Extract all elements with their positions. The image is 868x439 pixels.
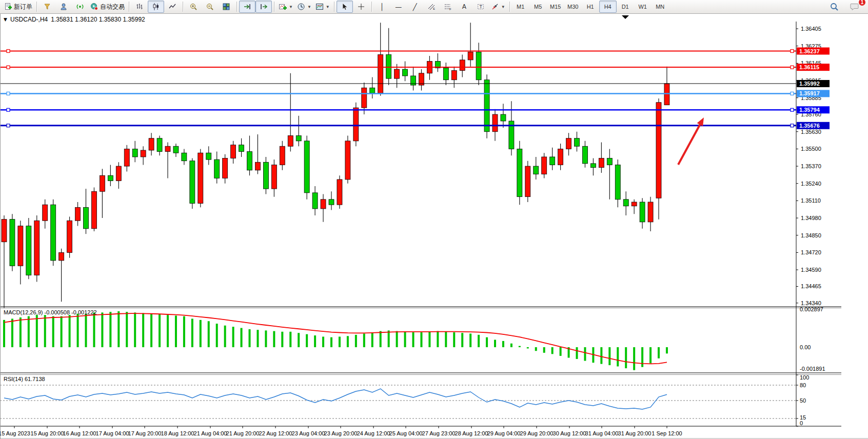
macd-histogram-bar <box>428 332 430 347</box>
macd-histogram-bar <box>150 314 152 347</box>
bar-chart-button[interactable] <box>131 1 148 13</box>
bear-candle <box>247 152 252 170</box>
bull-candle <box>353 108 359 141</box>
price-tag-1.35992: 1.35992 <box>797 80 830 87</box>
auto-scroll-icon <box>243 3 251 11</box>
timeframe-m1[interactable]: M1 <box>512 1 529 13</box>
macd-histogram-bar <box>560 347 562 356</box>
fibonacci-tool[interactable]: F <box>440 1 456 13</box>
chart-title[interactable]: ▼ USDCAD-,H4 1.35831 1.36120 1.35830 1.3… <box>4 16 145 23</box>
line-handle <box>7 108 10 111</box>
bull-candle <box>394 69 400 78</box>
bull-candle <box>149 138 154 150</box>
macd-histogram-bar <box>183 316 185 347</box>
chevron-down-icon: ▼ <box>289 5 293 9</box>
timeframe-h1[interactable]: H1 <box>582 1 599 13</box>
zoom-in-button[interactable] <box>185 1 202 13</box>
candlestick-chart-icon <box>152 3 160 11</box>
timeframe-h4[interactable]: H4 <box>599 1 617 13</box>
bull-candle <box>656 103 661 198</box>
auto-scroll-button[interactable] <box>239 1 255 13</box>
macd-histogram-bar <box>380 331 382 347</box>
svg-text:50: 50 <box>800 397 806 404</box>
arrows-tool[interactable]: ▼ <box>489 1 507 13</box>
candlestick-chart-button[interactable] <box>148 1 164 13</box>
cursor-button[interactable] <box>337 1 353 13</box>
bear-candle <box>550 157 555 165</box>
bull-candle <box>124 149 129 166</box>
bear-candle <box>190 161 195 204</box>
timeframe-m5[interactable]: M5 <box>529 1 547 13</box>
bull-candle <box>18 226 23 266</box>
bear-candle <box>239 145 244 152</box>
bull-candle <box>525 166 530 197</box>
macd-histogram-bar <box>175 315 177 347</box>
bull-candle <box>558 149 563 165</box>
bull-candle <box>59 252 64 261</box>
text-label-tool[interactable]: T <box>472 1 489 13</box>
svg-text:16 Aug 12:00: 16 Aug 12:00 <box>63 430 96 436</box>
template-icon <box>315 3 324 11</box>
bear-candle <box>517 149 522 196</box>
bull-candle <box>378 55 383 93</box>
trendline-tool[interactable]: ╱ <box>407 1 423 13</box>
bull-candle <box>116 166 121 181</box>
macd-histogram-bar <box>142 313 144 347</box>
timeframe-m30[interactable]: M30 <box>564 1 582 13</box>
templates-button[interactable]: ▼ <box>313 1 332 13</box>
bear-candle <box>84 207 89 228</box>
search-button[interactable] <box>826 1 842 13</box>
timeframe-w1[interactable]: W1 <box>634 1 652 13</box>
notifications-button[interactable]: 1 <box>846 1 863 13</box>
channel-icon: E <box>427 3 436 11</box>
vertical-line-tool[interactable]: │ <box>374 1 390 13</box>
bull-candle <box>280 146 285 165</box>
svg-text:15 Aug 20:00: 15 Aug 20:00 <box>31 430 64 436</box>
svg-text:24 Aug 12:00: 24 Aug 12:00 <box>357 430 390 436</box>
svg-text:T: T <box>479 4 482 9</box>
bear-candle <box>534 166 539 174</box>
macd-indicator-label: MACD(12,26,9) -0.000508 -0.001222 <box>4 309 97 315</box>
macd-histogram-bar <box>117 311 120 347</box>
fibonacci-icon: F <box>444 3 452 11</box>
timeframe-m15[interactable]: M15 <box>547 1 564 13</box>
macd-histogram-bar <box>216 324 218 347</box>
bull-candle <box>632 202 637 206</box>
price-tag-1.35917: 1.35917 <box>797 90 830 97</box>
macd-histogram-bar <box>200 320 202 347</box>
ohlc-dropdown-icon[interactable]: ▼ <box>4 17 7 22</box>
horizontal-line-tool[interactable]: — <box>390 1 407 13</box>
auto-trading-label: 自动交易 <box>100 3 125 11</box>
macd-histogram-bar <box>658 347 660 358</box>
bull-candle <box>664 84 669 105</box>
auto-trading-button[interactable]: 自动交易 <box>88 1 127 13</box>
new-order-button[interactable]: 新订单 <box>2 1 34 13</box>
bull-candle <box>451 71 457 80</box>
svg-text:1.35500: 1.35500 <box>801 146 821 152</box>
timeframe-mn[interactable]: MN <box>652 1 669 13</box>
macd-histogram-bar <box>584 347 586 361</box>
macd-histogram-bar <box>61 316 63 347</box>
contacts-button[interactable] <box>55 1 72 13</box>
timeframe-d1[interactable]: D1 <box>617 1 634 13</box>
macd-histogram-bar <box>617 347 619 366</box>
zoom-out-button[interactable] <box>202 1 218 13</box>
crosshair-button[interactable] <box>353 1 369 13</box>
filter-button[interactable] <box>39 1 55 13</box>
chart-shift-button[interactable] <box>255 1 272 13</box>
macd-histogram-bar <box>371 332 373 347</box>
line-handle <box>791 92 794 95</box>
indicators-button[interactable]: ▼ <box>277 1 295 13</box>
periods-button[interactable]: ▼ <box>295 1 313 13</box>
bear-candle <box>640 202 645 222</box>
bull-candle <box>91 191 96 229</box>
chart-canvas[interactable]: 1.364051.362751.361451.360151.358851.357… <box>0 14 868 439</box>
text-tool[interactable]: A <box>456 1 472 13</box>
line-chart-button[interactable] <box>164 1 181 13</box>
macd-histogram-bar <box>44 315 46 347</box>
channel-tool[interactable]: E <box>423 1 440 13</box>
svg-text:1.35917: 1.35917 <box>799 90 820 96</box>
tile-windows-button[interactable] <box>218 1 234 13</box>
macd-histogram-bar <box>159 314 161 347</box>
signal-button[interactable] <box>72 1 88 13</box>
